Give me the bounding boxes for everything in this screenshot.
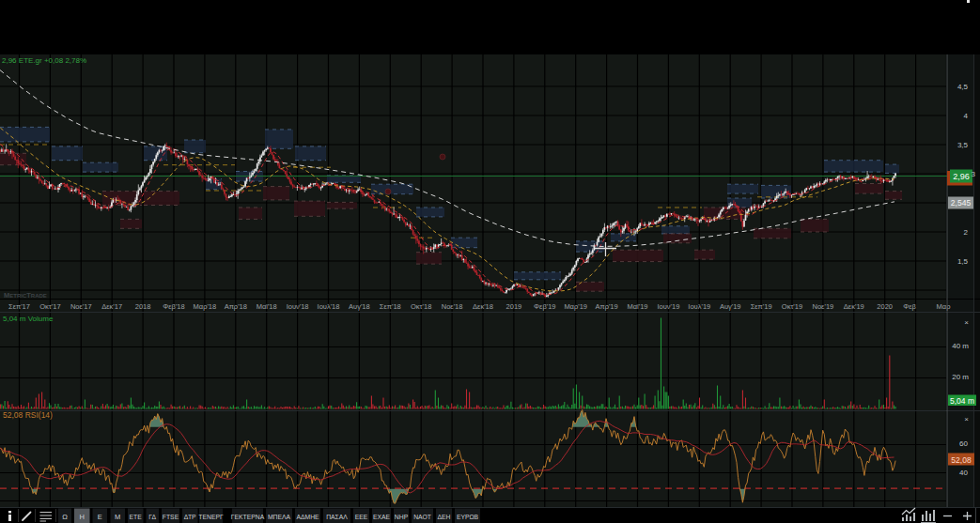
svg-text:2,96 ETE.gr +0,08 2,78%: 2,96 ETE.gr +0,08 2,78% [2,56,86,65]
svg-text:ΝΗΡ: ΝΗΡ [395,514,409,520]
svg-text:Η: Η [79,513,84,521]
svg-text:Δεκ'18: Δεκ'18 [473,302,493,311]
svg-text:ΝΑΟΤ: ΝΑΟΤ [413,514,431,520]
svg-text:Ιουν'18: Ιουν'18 [287,302,309,311]
svg-text:Νοε'17: Νοε'17 [70,302,92,311]
svg-text:2: 2 [964,228,969,237]
svg-text:ΕΥΡΩΒ: ΕΥΡΩΒ [457,514,479,520]
svg-text:Μαρ: Μαρ [937,302,951,311]
svg-text:Απρ'18: Απρ'18 [225,302,247,311]
svg-text:Νοε'18: Νοε'18 [442,302,463,311]
svg-text:Φεβ'19: Φεβ'19 [534,302,555,311]
svg-text:Φεβ: Φεβ [903,302,916,311]
svg-text:1,5: 1,5 [957,257,969,266]
svg-text:4: 4 [964,112,969,120]
svg-text:Ιουλ'18: Ιουλ'18 [318,302,340,311]
svg-text:ΜΠΕΛΑ: ΜΠΕΛΑ [268,514,291,520]
svg-text:ΕΕΕ: ΕΕΕ [355,514,368,520]
svg-text:ΤΕΝΕΡΓ: ΤΕΝΕΡΓ [198,514,224,520]
svg-text:Μαρ'19: Μαρ'19 [564,302,587,311]
svg-text:Ε: Ε [98,513,102,521]
svg-text:Αυγ'19: Αυγ'19 [720,302,741,311]
svg-text:Απρ'19: Απρ'19 [595,302,617,311]
svg-text:Δεκ'17: Δεκ'17 [101,302,122,311]
svg-text:2020: 2020 [877,302,893,311]
svg-text:Οκτ'17: Οκτ'17 [39,302,60,311]
svg-text:×: × [964,415,969,423]
svg-text:Μαϊ'19: Μαϊ'19 [627,302,647,311]
svg-text:ΔΕΗ: ΔΕΗ [438,514,451,520]
svg-text:ΠΑΣΑΛ: ΠΑΣΑΛ [326,514,348,520]
svg-text:ΔΤΡ: ΔΤΡ [184,514,196,520]
svg-text:ΕΧΑΕ: ΕΧΑΕ [373,514,391,520]
svg-text:METRICTRADE: METRICTRADE [4,291,47,300]
svg-text:Δεκ'19: Δεκ'19 [844,302,864,311]
svg-text:ΑΔΜΗΕ: ΑΔΜΗΕ [296,514,319,520]
svg-text:Σεπ'18: Σεπ'18 [380,302,401,311]
svg-text:4,5: 4,5 [957,83,969,91]
svg-text:FTSE: FTSE [163,514,179,520]
svg-text:20 m: 20 m [952,373,969,381]
svg-text:Ιουν'19: Ιουν'19 [657,302,679,311]
svg-text:Αυγ'18: Αυγ'18 [349,302,370,311]
svg-text:5,04 m: 5,04 m [950,396,974,406]
svg-text:Νοε'19: Νοε'19 [813,302,834,311]
svg-text:Ω: Ω [62,513,68,521]
svg-text:52,08 RSI(14): 52,08 RSI(14) [3,410,53,420]
svg-text:3,5: 3,5 [957,141,969,149]
svg-text:52,08: 52,08 [951,455,972,465]
svg-text:Μαρ'18: Μαρ'18 [194,302,217,311]
svg-text:5,04 m Volume: 5,04 m Volume [3,315,54,323]
svg-text:Σεπ'17: Σεπ'17 [8,302,30,311]
svg-text:Σεπ'19: Σεπ'19 [751,302,772,311]
svg-text:×: × [964,318,969,327]
svg-text:Ιουλ'19: Ιουλ'19 [688,302,710,311]
svg-text:40: 40 [959,469,968,477]
svg-text:40 m: 40 m [952,342,969,350]
svg-text:3: 3 [972,170,976,178]
svg-text:2018: 2018 [135,302,151,311]
svg-text:2019: 2019 [506,302,522,311]
svg-text:ΕΤΕ: ΕΤΕ [130,514,143,520]
svg-text:ΓΔ: ΓΔ [148,514,156,520]
svg-text:Μαϊ'18: Μαϊ'18 [257,302,277,311]
svg-text:Οκτ'18: Οκτ'18 [411,302,431,311]
svg-text:Οκτ'19: Οκτ'19 [782,302,802,311]
svg-text:Μ: Μ [115,513,120,521]
svg-text:Φεβ'18: Φεβ'18 [163,302,184,311]
svg-text:60: 60 [959,439,968,448]
svg-text:ΓΕΚΤΕΡΝΑ: ΓΕΚΤΕΡΝΑ [231,514,265,520]
svg-text:2,545: 2,545 [951,198,972,208]
svg-text:2,96: 2,96 [953,172,970,181]
